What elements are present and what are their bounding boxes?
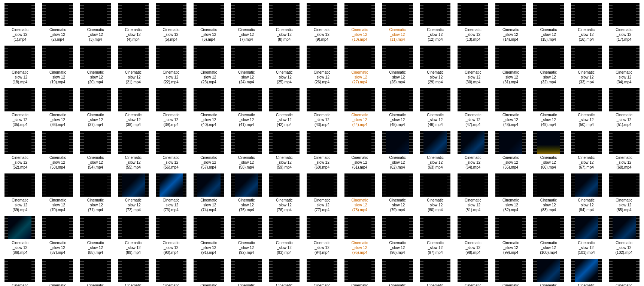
list-item[interactable]: Cinematic _slow 12 (70).mp4 bbox=[39, 172, 76, 214]
list-item[interactable]: Cinematic _slow 12 (111).mp4 bbox=[304, 257, 341, 286]
list-item[interactable]: Cinematic _slow 12 (64).mp4 bbox=[455, 129, 492, 171]
list-item[interactable]: Cinematic _slow 12 (81).mp4 bbox=[455, 172, 492, 214]
list-item[interactable]: Cinematic _slow 12 (40).mp4 bbox=[190, 87, 227, 129]
list-item[interactable]: Cinematic _slow 12 (112).mp4 bbox=[341, 257, 378, 286]
list-item[interactable]: Cinematic _slow 12 (43).mp4 bbox=[304, 87, 341, 129]
list-item[interactable]: Cinematic _slow 12 (97).mp4 bbox=[417, 215, 454, 256]
list-item[interactable]: Cinematic _slow 12 (86).mp4 bbox=[1, 215, 39, 256]
list-item[interactable]: Cinematic _slow 12 (17).mp4 bbox=[605, 1, 643, 43]
list-item[interactable]: Cinematic _slow 12 (38).mp4 bbox=[115, 87, 152, 129]
list-item[interactable]: Cinematic _slow 12 (7).mp4 bbox=[228, 1, 265, 43]
list-item[interactable]: Cinematic _slow 12 (29).mp4 bbox=[417, 44, 454, 86]
list-item[interactable]: Cinematic _slow 12 (37).mp4 bbox=[77, 87, 114, 129]
list-item[interactable]: Cinematic _slow 12 (118).mp4 bbox=[568, 257, 605, 286]
list-item[interactable]: Cinematic _slow 12 (39).mp4 bbox=[152, 87, 189, 129]
list-item[interactable]: Cinematic _slow 12 (6).mp4 bbox=[190, 1, 227, 43]
list-item[interactable]: Cinematic _slow 12 (18).mp4 bbox=[1, 44, 39, 86]
list-item[interactable]: Cinematic _slow 12 (76).mp4 bbox=[266, 172, 303, 214]
list-item[interactable]: Cinematic _slow 12 (103).mp4 bbox=[1, 257, 39, 286]
list-item[interactable]: Cinematic _slow 12 (89).mp4 bbox=[115, 215, 152, 256]
list-item[interactable]: Cinematic _slow 12 (95).mp4 bbox=[341, 215, 378, 256]
list-item[interactable]: Cinematic _slow 12 (47).mp4 bbox=[455, 87, 492, 129]
list-item[interactable]: Cinematic _slow 12 (68).mp4 bbox=[605, 129, 643, 171]
list-item[interactable]: Cinematic _slow 12 (22).mp4 bbox=[152, 44, 189, 86]
list-item[interactable]: Cinematic _slow 12 (91).mp4 bbox=[190, 215, 227, 256]
list-item[interactable]: Cinematic _slow 12 (9).mp4 bbox=[304, 1, 341, 43]
list-item[interactable]: Cinematic _slow 12 (1).mp4 bbox=[1, 1, 39, 43]
list-item[interactable]: Cinematic _slow 12 (90).mp4 bbox=[152, 215, 189, 256]
list-item[interactable]: Cinematic _slow 12 (63).mp4 bbox=[417, 129, 454, 171]
list-item[interactable]: Cinematic _slow 12 (62).mp4 bbox=[379, 129, 416, 171]
list-item[interactable]: Cinematic _slow 12 (44).mp4 bbox=[341, 87, 378, 129]
list-item[interactable]: Cinematic _slow 12 (30).mp4 bbox=[455, 44, 492, 86]
list-item[interactable]: Cinematic _slow 12 (21).mp4 bbox=[115, 44, 152, 86]
list-item[interactable]: Cinematic _slow 12 (13).mp4 bbox=[455, 1, 492, 43]
list-item[interactable]: Cinematic _slow 12 (58).mp4 bbox=[228, 129, 265, 171]
list-item[interactable]: Cinematic _slow 12 (87).mp4 bbox=[39, 215, 76, 256]
list-item[interactable]: Cinematic _slow 12 (3).mp4 bbox=[77, 1, 114, 43]
list-item[interactable]: Cinematic _slow 12 (75).mp4 bbox=[228, 172, 265, 214]
list-item[interactable]: Cinematic _slow 12 (23).mp4 bbox=[190, 44, 227, 86]
list-item[interactable]: Cinematic _slow 12 (42).mp4 bbox=[266, 87, 303, 129]
list-item[interactable]: Cinematic _slow 12 (92).mp4 bbox=[228, 215, 265, 256]
list-item[interactable]: Cinematic _slow 12 (105).mp4 bbox=[77, 257, 114, 286]
list-item[interactable]: Cinematic _slow 12 (61).mp4 bbox=[341, 129, 378, 171]
list-item[interactable]: Cinematic _slow 12 (73).mp4 bbox=[152, 172, 189, 214]
list-item[interactable]: Cinematic _slow 12 (2).mp4 bbox=[39, 1, 76, 43]
list-item[interactable]: Cinematic _slow 12 (104).mp4 bbox=[39, 257, 76, 286]
list-item[interactable]: Cinematic _slow 12 (8).mp4 bbox=[266, 1, 303, 43]
list-item[interactable]: Cinematic _slow 12 (57).mp4 bbox=[190, 129, 227, 171]
list-item[interactable]: Cinematic _slow 12 (94).mp4 bbox=[304, 215, 341, 256]
list-item[interactable]: Cinematic _slow 12 (52).mp4 bbox=[1, 129, 39, 171]
list-item[interactable]: Cinematic _slow 12 (4).mp4 bbox=[115, 1, 152, 43]
list-item[interactable]: Cinematic _slow 12 (53).mp4 bbox=[39, 129, 76, 171]
list-item[interactable]: Cinematic _slow 12 (83).mp4 bbox=[530, 172, 567, 214]
list-item[interactable]: Cinematic _slow 12 (107).mp4 bbox=[152, 257, 189, 286]
list-item[interactable]: Cinematic _slow 12 (117).mp4 bbox=[530, 257, 567, 286]
list-item[interactable]: Cinematic _slow 12 (115).mp4 bbox=[455, 257, 492, 286]
list-item[interactable]: Cinematic _slow 12 (35).mp4 bbox=[1, 87, 39, 129]
list-item[interactable]: Cinematic _slow 12 (12).mp4 bbox=[417, 1, 454, 43]
list-item[interactable]: Cinematic _slow 12 (19).mp4 bbox=[39, 44, 76, 86]
list-item[interactable]: Cinematic _slow 12 (28).mp4 bbox=[379, 44, 416, 86]
list-item[interactable]: Cinematic _slow 12 (110).mp4 bbox=[266, 257, 303, 286]
list-item[interactable]: Cinematic _slow 12 (14).mp4 bbox=[492, 1, 529, 43]
list-item[interactable]: Cinematic _slow 12 (51).mp4 bbox=[605, 87, 643, 129]
list-item[interactable]: Cinematic _slow 12 (119).mp4 bbox=[605, 257, 643, 286]
list-item[interactable]: Cinematic _slow 12 (54).mp4 bbox=[77, 129, 114, 171]
list-item[interactable]: Cinematic _slow 12 (46).mp4 bbox=[417, 87, 454, 129]
list-item[interactable]: Cinematic _slow 12 (108).mp4 bbox=[190, 257, 227, 286]
list-item[interactable]: Cinematic _slow 12 (80).mp4 bbox=[417, 172, 454, 214]
list-item[interactable]: Cinematic _slow 12 (10).mp4 bbox=[341, 1, 378, 43]
list-item[interactable]: Cinematic _slow 12 (56).mp4 bbox=[152, 129, 189, 171]
list-item[interactable]: Cinematic _slow 12 (74).mp4 bbox=[190, 172, 227, 214]
list-item[interactable]: Cinematic _slow 12 (55).mp4 bbox=[115, 129, 152, 171]
list-item[interactable]: Cinematic _slow 12 (65).mp4 bbox=[492, 129, 529, 171]
list-item[interactable]: Cinematic _slow 12 (116).mp4 bbox=[492, 257, 529, 286]
list-item[interactable]: Cinematic _slow 12 (20).mp4 bbox=[77, 44, 114, 86]
list-item[interactable]: Cinematic _slow 12 (24).mp4 bbox=[228, 44, 265, 86]
list-item[interactable]: Cinematic _slow 12 (32).mp4 bbox=[530, 44, 567, 86]
list-item[interactable]: Cinematic _slow 12 (48).mp4 bbox=[492, 87, 529, 129]
list-item[interactable]: Cinematic _slow 12 (67).mp4 bbox=[568, 129, 605, 171]
list-item[interactable]: Cinematic _slow 12 (102).mp4 bbox=[605, 215, 643, 256]
list-item[interactable]: Cinematic _slow 12 (98).mp4 bbox=[455, 215, 492, 256]
list-item[interactable]: Cinematic _slow 12 (69).mp4 bbox=[1, 172, 39, 214]
list-item[interactable]: Cinematic _slow 12 (82).mp4 bbox=[492, 172, 529, 214]
list-item[interactable]: Cinematic _slow 12 (93).mp4 bbox=[266, 215, 303, 256]
list-item[interactable]: Cinematic _slow 12 (88).mp4 bbox=[77, 215, 114, 256]
list-item[interactable]: Cinematic _slow 12 (79).mp4 bbox=[379, 172, 416, 214]
list-item[interactable]: Cinematic _slow 12 (78).mp4 bbox=[341, 172, 378, 214]
list-item[interactable]: Cinematic _slow 12 (49).mp4 bbox=[530, 87, 567, 129]
list-item[interactable]: Cinematic _slow 12 (5).mp4 bbox=[152, 1, 189, 43]
list-item[interactable]: Cinematic _slow 12 (100).mp4 bbox=[530, 215, 567, 256]
list-item[interactable]: Cinematic _slow 12 (16).mp4 bbox=[568, 1, 605, 43]
list-item[interactable]: Cinematic _slow 12 (31).mp4 bbox=[492, 44, 529, 86]
list-item[interactable]: Cinematic _slow 12 (34).mp4 bbox=[605, 44, 643, 86]
list-item[interactable]: Cinematic _slow 12 (71).mp4 bbox=[77, 172, 114, 214]
list-item[interactable]: Cinematic _slow 12 (66).mp4 bbox=[530, 129, 567, 171]
list-item[interactable]: Cinematic _slow 12 (106).mp4 bbox=[115, 257, 152, 286]
list-item[interactable]: Cinematic _slow 12 (41).mp4 bbox=[228, 87, 265, 129]
list-item[interactable]: Cinematic _slow 12 (50).mp4 bbox=[568, 87, 605, 129]
list-item[interactable]: Cinematic _slow 12 (72).mp4 bbox=[115, 172, 152, 214]
